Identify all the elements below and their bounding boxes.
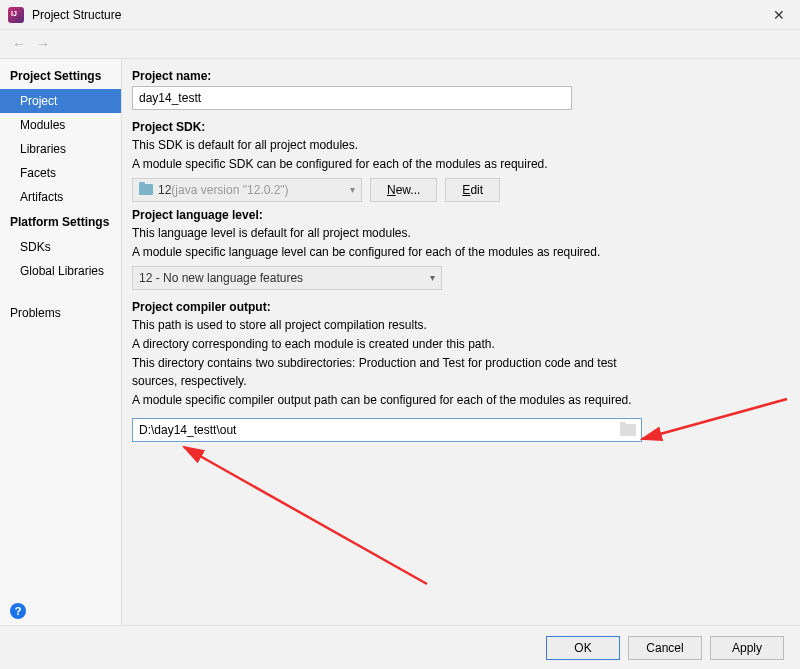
new-button[interactable]: New... xyxy=(370,178,437,202)
annotation-arrow xyxy=(172,439,452,589)
dialog-footer: OK Cancel Apply xyxy=(0,625,800,669)
lang-value: 12 - No new language features xyxy=(139,271,303,285)
ok-button[interactable]: OK xyxy=(546,636,620,660)
output-label: Project compiler output: xyxy=(132,300,780,314)
sdk-value-num: 12 xyxy=(158,183,171,197)
out-desc2: A directory corresponding to each module… xyxy=(132,336,780,353)
sdk-select[interactable]: 12 (java version "12.0.2") ▾ xyxy=(132,178,362,202)
lang-label: Project language level: xyxy=(132,208,780,222)
out-desc1: This path is used to store all project c… xyxy=(132,317,780,334)
folder-icon xyxy=(139,184,153,195)
compiler-output-input[interactable] xyxy=(139,423,613,437)
sidebar-item-project[interactable]: Project xyxy=(0,89,121,113)
window-title: Project Structure xyxy=(32,8,766,22)
compiler-output-field xyxy=(132,418,642,442)
svg-line-0 xyxy=(184,447,427,584)
project-settings-heading: Project Settings xyxy=(0,63,121,89)
annotation-arrow xyxy=(632,389,800,449)
content-panel: Project name: Project SDK: This SDK is d… xyxy=(122,59,800,625)
out-desc3: This directory contains two subdirectori… xyxy=(132,355,652,390)
sidebar-item-global-libraries[interactable]: Global Libraries xyxy=(0,259,121,283)
apply-button[interactable]: Apply xyxy=(710,636,784,660)
cancel-button[interactable]: Cancel xyxy=(628,636,702,660)
svg-line-1 xyxy=(642,399,787,439)
sidebar-item-libraries[interactable]: Libraries xyxy=(0,137,121,161)
forward-icon[interactable]: → xyxy=(34,35,52,53)
titlebar: Project Structure ✕ xyxy=(0,0,800,30)
sidebar-item-modules[interactable]: Modules xyxy=(0,113,121,137)
sidebar-item-problems[interactable]: Problems xyxy=(0,301,121,325)
help-icon[interactable]: ? xyxy=(10,603,26,619)
browse-folder-icon[interactable] xyxy=(620,424,636,436)
sdk-desc2: A module specific SDK can be configured … xyxy=(132,156,780,173)
platform-settings-heading: Platform Settings xyxy=(0,209,121,235)
sdk-desc1: This SDK is default for all project modu… xyxy=(132,137,780,154)
out-desc4: A module specific compiler output path c… xyxy=(132,392,652,409)
close-icon[interactable]: ✕ xyxy=(766,2,792,28)
app-icon xyxy=(8,7,24,23)
lang-desc2: A module specific language level can be … xyxy=(132,244,780,261)
back-icon[interactable]: ← xyxy=(10,35,28,53)
chevron-down-icon: ▾ xyxy=(430,272,435,283)
nav-toolbar: ← → xyxy=(0,30,800,58)
sidebar-item-facets[interactable]: Facets xyxy=(0,161,121,185)
sidebar-item-artifacts[interactable]: Artifacts xyxy=(0,185,121,209)
sidebar: Project Settings Project Modules Librari… xyxy=(0,59,122,625)
sdk-label: Project SDK: xyxy=(132,120,780,134)
sidebar-item-sdks[interactable]: SDKs xyxy=(0,235,121,259)
lang-desc1: This language level is default for all p… xyxy=(132,225,780,242)
edit-button[interactable]: Edit xyxy=(445,178,500,202)
project-name-label: Project name: xyxy=(132,69,780,83)
project-name-input[interactable] xyxy=(132,86,572,110)
language-level-select[interactable]: 12 - No new language features ▾ xyxy=(132,266,442,290)
chevron-down-icon: ▾ xyxy=(350,184,355,195)
sdk-value-rest: (java version "12.0.2") xyxy=(171,183,288,197)
